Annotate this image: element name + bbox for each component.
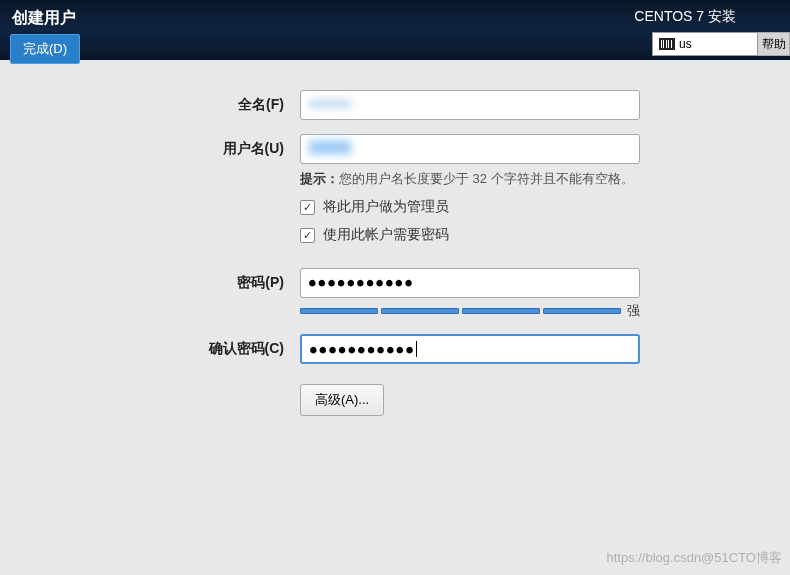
- advanced-button[interactable]: 高级(A)...: [300, 384, 384, 416]
- keyboard-layout-indicator[interactable]: us: [652, 32, 758, 56]
- confirm-password-label: 确认密码(C): [60, 334, 300, 358]
- help-button[interactable]: 帮助: [758, 32, 790, 56]
- make-admin-checkbox[interactable]: ✓: [300, 200, 315, 215]
- username-hint: 提示：您的用户名长度要少于 32 个字符并且不能有空格。: [300, 170, 640, 188]
- hint-label: 提示：: [300, 171, 339, 186]
- fullname-label: 全名(F): [60, 90, 300, 114]
- hint-text-content: 您的用户名长度要少于 32 个字符并且不能有空格。: [339, 171, 634, 186]
- keyboard-layout-text: us: [679, 37, 692, 51]
- confirm-password-input[interactable]: ●●●●●●●●●●●: [300, 334, 640, 364]
- fullname-input[interactable]: xxxxxx: [300, 90, 640, 120]
- user-form: 全名(F) xxxxxx 用户名(U) xxxxxx 提示：您的用户名长度要少于…: [0, 60, 790, 460]
- make-admin-label: 将此用户做为管理员: [323, 198, 449, 216]
- require-password-checkbox[interactable]: ✓: [300, 228, 315, 243]
- password-strength-meter: [300, 308, 621, 314]
- username-input[interactable]: xxxxxx: [300, 134, 640, 164]
- username-label: 用户名(U): [60, 134, 300, 158]
- header-bar: 创建用户 完成(D) CENTOS 7 安装 us 帮助: [0, 0, 790, 60]
- keyboard-icon: [659, 38, 675, 50]
- installer-title: CENTOS 7 安装: [634, 8, 790, 26]
- watermark: https://blog.csdn@51CTO博客: [606, 549, 782, 567]
- password-strength-label: 强: [627, 302, 640, 320]
- done-button[interactable]: 完成(D): [10, 34, 80, 64]
- require-password-label: 使用此帐户需要密码: [323, 226, 449, 244]
- page-title: 创建用户: [8, 8, 80, 29]
- password-input[interactable]: ●●●●●●●●●●●: [300, 268, 640, 298]
- password-label: 密码(P): [60, 268, 300, 292]
